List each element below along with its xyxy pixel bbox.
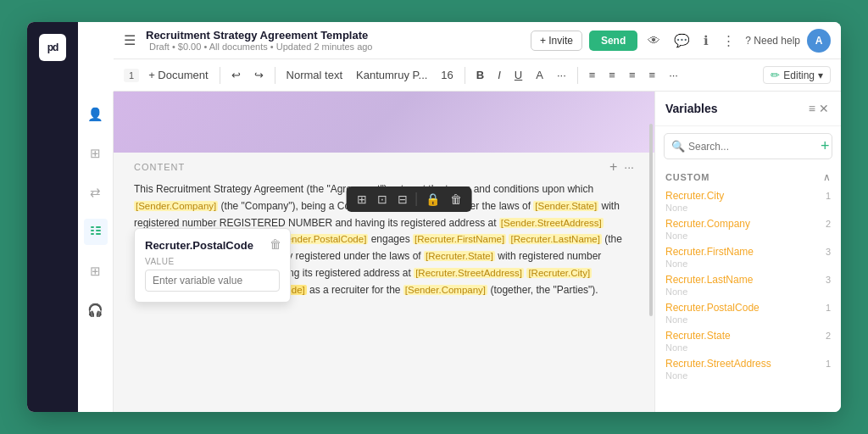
doc-body: ⊞ ⊡ ⊟ 🔒 🗑 This Recruitment Strategy Agre… xyxy=(114,178,654,313)
content-more-icon[interactable]: ··· xyxy=(624,160,634,174)
panel-close-button[interactable]: ✕ xyxy=(817,100,831,117)
people-icon[interactable]: 👤 xyxy=(82,102,108,127)
more-format-button[interactable]: ··· xyxy=(553,66,570,84)
content-label: CONTENT xyxy=(134,162,185,172)
var-list-item[interactable]: Recruter.StreetAddress 1 None xyxy=(655,354,841,382)
style-select[interactable]: Normal text xyxy=(282,66,347,84)
content-add-icon[interactable]: + xyxy=(609,159,617,175)
var-sender-company-2[interactable]: [Sender.Company] xyxy=(403,285,487,295)
section-label: CUSTOM xyxy=(665,172,709,182)
float-delete-icon[interactable]: 🗑 xyxy=(447,191,465,208)
more-menu-button[interactable]: ⋮ xyxy=(719,30,738,52)
font-select[interactable]: Kantumruy P... xyxy=(352,66,431,84)
float-box-icon[interactable]: ⊡ xyxy=(374,191,391,208)
var-item-count: 1 xyxy=(826,191,831,201)
toolbar-divider-3 xyxy=(465,67,465,84)
more-align-button[interactable]: ··· xyxy=(665,66,682,84)
var-list-item[interactable]: Recruter.State 2 None xyxy=(655,326,841,354)
apps-icon[interactable]: ⊞ xyxy=(85,259,106,284)
align-justify-button[interactable]: ≡ xyxy=(645,66,660,84)
var-recruter-city[interactable]: [Recruter.City] xyxy=(526,268,592,278)
help-button[interactable]: ? Need help xyxy=(745,35,800,47)
var-list-item[interactable]: Recruter.PostalCode 1 None xyxy=(655,298,841,326)
add-document-button[interactable]: + Document xyxy=(144,66,212,84)
var-recruter-streetaddress[interactable]: [Recruter.StreetAddress] xyxy=(414,268,524,278)
right-panel: Variables ≡ ✕ 🔍 + CUSTOM ∧ Recruter.City… xyxy=(654,92,841,412)
eye-button[interactable]: 👁 xyxy=(644,30,664,51)
var-recruter-firstname[interactable]: [Recruter.FirstName] xyxy=(413,234,506,244)
font-size-select[interactable]: 16 xyxy=(437,66,457,84)
toolbar-divider-2 xyxy=(275,67,275,84)
chat-button[interactable]: 💬 xyxy=(670,30,693,52)
var-recruter-lastname[interactable]: [Recruter.LastName] xyxy=(509,234,601,244)
editing-badge[interactable]: ✏ Editing ▾ xyxy=(763,66,831,84)
var-item-name: Recruter.StreetAddress xyxy=(665,358,771,370)
variables-icon[interactable] xyxy=(84,219,108,245)
table-icon[interactable]: ⊞ xyxy=(85,141,106,166)
search-input[interactable] xyxy=(688,141,815,153)
bold-button[interactable]: B xyxy=(472,66,488,84)
section-toggle-icon[interactable]: ∧ xyxy=(823,171,831,183)
color-button[interactable]: A xyxy=(531,66,548,84)
var-sender-company-1[interactable]: [Sender.Company] xyxy=(134,201,218,211)
align-left-button[interactable]: ≡ xyxy=(585,66,600,84)
var-list-item[interactable]: Recruter.FirstName 3 None xyxy=(655,242,841,270)
svg-rect-3 xyxy=(96,226,101,228)
italic-button[interactable]: I xyxy=(493,66,505,84)
var-item-value: None xyxy=(665,314,831,325)
var-item-name: Recruter.PostalCode xyxy=(665,302,760,314)
popup-card: 🗑 Recruter.PostalCode VALUE xyxy=(134,228,291,303)
section-header: CUSTOM ∧ xyxy=(655,166,841,186)
align-center-button[interactable]: ≡ xyxy=(604,66,620,84)
float-cols-icon[interactable]: ⊟ xyxy=(394,191,411,208)
search-icon: 🔍 xyxy=(671,140,685,153)
var-item-name: Recruter.FirstName xyxy=(665,246,754,258)
var-item-name: Recruter.State xyxy=(665,330,731,342)
share-icon[interactable]: ⇄ xyxy=(85,180,106,205)
svg-rect-4 xyxy=(96,230,101,231)
var-recruter-state-1[interactable]: [Recruter.State] xyxy=(424,251,495,261)
panel-sidebar: 👤 ⊞ ⇄ ⊞ 🎧 xyxy=(78,92,114,412)
underline-button[interactable]: U xyxy=(510,66,526,84)
svg-rect-1 xyxy=(91,230,94,231)
redo-button[interactable]: ↪ xyxy=(250,66,268,84)
float-toolbar: ⊞ ⊡ ⊟ 🔒 🗑 xyxy=(347,186,472,212)
popup-value-label: VALUE xyxy=(145,257,280,266)
invite-button[interactable]: + Invite xyxy=(531,31,582,51)
popup-delete-button[interactable]: 🗑 xyxy=(270,237,281,251)
editing-pencil-icon: ✏ xyxy=(771,69,780,81)
scroll-indicator[interactable] xyxy=(649,124,653,316)
align-right-button[interactable]: ≡ xyxy=(625,66,640,84)
svg-rect-2 xyxy=(91,233,94,235)
var-list-item[interactable]: Recruter.LastName 3 None xyxy=(655,270,841,298)
float-grid-icon[interactable]: ⊞ xyxy=(353,191,370,208)
var-item-value: None xyxy=(665,259,831,269)
doc-meta: Draft • $0.00 • All documents • Updated … xyxy=(149,42,372,52)
add-variable-button[interactable]: + xyxy=(819,137,832,155)
logo-bar: pd xyxy=(27,22,78,412)
var-item-value: None xyxy=(665,203,831,213)
hamburger-icon[interactable]: ☰ xyxy=(124,32,136,48)
toolbar-divider-1 xyxy=(220,67,220,84)
toolbar-divider-4 xyxy=(577,67,578,84)
undo-button[interactable]: ↩ xyxy=(227,66,245,84)
info-button[interactable]: ℹ xyxy=(700,30,712,52)
svg-rect-5 xyxy=(96,233,101,235)
var-item-count: 2 xyxy=(826,219,831,229)
send-button[interactable]: Send xyxy=(589,31,637,51)
var-list-item[interactable]: Recruter.City 1 None xyxy=(655,186,841,214)
var-item-count: 2 xyxy=(826,331,831,341)
panel-list-icon-button[interactable]: ≡ xyxy=(807,100,817,117)
variables-list: Recruter.City 1 None Recruter.Company 2 … xyxy=(655,186,841,412)
var-sender-state[interactable]: [Sender.State] xyxy=(533,201,598,211)
var-item-value: None xyxy=(665,342,831,353)
var-list-item[interactable]: Recruter.Company 2 None xyxy=(655,214,841,242)
top-nav: ☰ Recruitment Strategy Agreement Templat… xyxy=(114,22,841,59)
var-sender-streetaddress[interactable]: [Sender.StreetAddress] xyxy=(499,218,604,228)
popup-value-input[interactable] xyxy=(145,270,280,292)
headset-icon[interactable]: 🎧 xyxy=(82,298,108,323)
var-item-count: 3 xyxy=(826,247,831,257)
doc-title: Recruitment Strategy Agreement Template xyxy=(146,29,372,42)
float-lock-icon[interactable]: 🔒 xyxy=(422,191,443,208)
var-item-name: Recruter.LastName xyxy=(665,274,753,286)
